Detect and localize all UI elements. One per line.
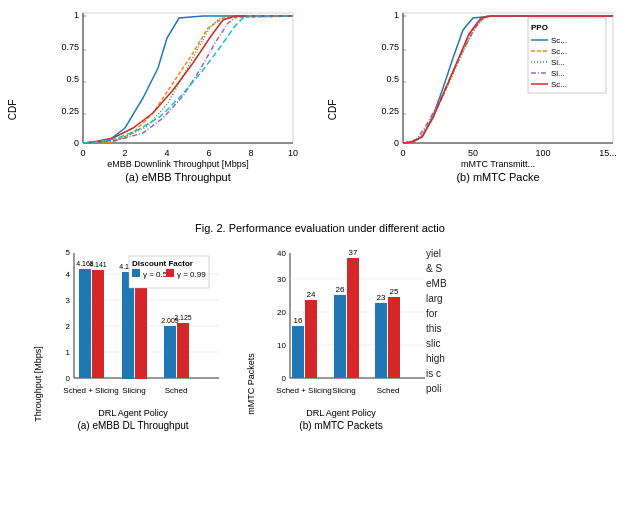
bar-b-container: mMTC Packets 0 10 20 30 40 16 24 Sched [220,238,420,530]
svg-text:3: 3 [66,296,71,305]
bar-b-svg: 0 10 20 30 40 16 24 Sched + Slicing 26 [270,248,430,408]
svg-text:0: 0 [74,138,79,148]
bar-a-svg: 0 1 2 3 4 5 4.168 4.141 Sched + Slicing [54,248,222,408]
svg-text:γ = 0.99: γ = 0.99 [177,270,206,279]
svg-text:0: 0 [80,148,85,158]
svg-text:4: 4 [164,148,169,158]
svg-text:23: 23 [377,293,386,302]
svg-text:2: 2 [66,322,71,331]
svg-text:40: 40 [277,249,286,258]
text-line-3: eMB [426,276,630,291]
bar-a-ylabel: Throughput [Mbps] [33,346,43,422]
svg-text:0: 0 [394,138,399,148]
bar-b-xlabel: DRL Agent Policy [266,408,416,418]
text-line-6: this [426,321,630,336]
svg-text:Sched: Sched [165,386,188,395]
svg-text:0: 0 [400,148,405,158]
text-column: yiel & S eMB larg for this slic high is … [420,238,640,530]
svg-text:0.5: 0.5 [66,74,79,84]
plot-a-title: (a) eMBB Throughput [38,171,318,183]
svg-text:Sched + Slicing: Sched + Slicing [276,386,331,395]
svg-text:1: 1 [394,10,399,20]
bottom-row: Throughput [Mbps] 0 1 2 3 4 5 [0,238,640,530]
svg-text:37: 37 [349,248,358,257]
svg-text:16: 16 [294,316,303,325]
plot-b-xlabel: mMTC Transmitt... [358,159,638,169]
svg-text:Sl...: Sl... [551,69,565,78]
svg-text:10: 10 [277,341,286,350]
bar-a-g3-v2 [177,323,189,378]
main-container: CDF 0 0.25 0.5 0.75 1 0 2 4 [0,0,640,530]
bar-a-container: Throughput [Mbps] 0 1 2 3 4 5 [0,238,220,530]
svg-text:8: 8 [248,148,253,158]
svg-text:Sched + Slicing: Sched + Slicing [63,386,118,395]
bar-b-g2-v2 [347,258,359,378]
bar-b-ylabel: mMTC Packets [246,353,256,415]
text-line-7: slic [426,336,630,351]
text-line-8: high [426,351,630,366]
svg-rect-0 [83,13,293,143]
bar-a-g1-v1 [79,269,91,378]
text-line-9: is c [426,366,630,381]
svg-text:Slicing: Slicing [122,386,146,395]
plot-b-container: CDF 0 0.25 0.5 0.75 1 0 50 100 15... [320,0,640,220]
svg-text:1: 1 [74,10,79,20]
plot-a-svg: 0 0.25 0.5 0.75 1 0 2 4 6 8 10 [38,8,318,163]
svg-text:20: 20 [277,308,286,317]
svg-text:Sc...: Sc... [551,80,567,89]
fig-caption: Fig. 2. Performance evaluation under dif… [0,220,640,238]
bar-b-g1-v2 [305,300,317,378]
svg-text:24: 24 [307,290,316,299]
bar-b-g3-v1 [375,303,387,378]
svg-text:Sched: Sched [377,386,400,395]
svg-text:50: 50 [468,148,478,158]
plot-b-ylabel: CDF [327,100,338,121]
svg-text:Sc...: Sc... [551,36,567,45]
text-line-10: poli [426,381,630,396]
plot-a-ylabel: CDF [7,100,18,121]
svg-text:100: 100 [535,148,550,158]
svg-text:γ = 0.5: γ = 0.5 [143,270,168,279]
svg-text:0.5: 0.5 [386,74,399,84]
svg-text:Sc...: Sc... [551,47,567,56]
svg-text:0: 0 [282,374,287,383]
text-line-1: yiel [426,246,630,261]
svg-text:15...: 15... [599,148,617,158]
svg-text:0.75: 0.75 [381,42,399,52]
bar-a-g1-v2 [92,270,104,378]
svg-text:0.25: 0.25 [381,106,399,116]
plot-a-container: CDF 0 0.25 0.5 0.75 1 0 2 4 [0,0,320,220]
svg-text:Slicing: Slicing [332,386,356,395]
svg-text:4.141: 4.141 [89,261,107,268]
svg-text:0.25: 0.25 [61,106,79,116]
text-line-4: larg [426,291,630,306]
svg-rect-69 [132,269,140,277]
bar-a-g2-v2 [135,284,147,379]
svg-text:PPO: PPO [531,23,548,32]
bar-a-g3-v1 [164,326,176,378]
svg-text:2.125: 2.125 [174,314,192,321]
svg-text:1: 1 [66,348,71,357]
svg-text:5: 5 [66,248,71,257]
plot-b-svg: 0 0.25 0.5 0.75 1 0 50 100 15... PPO Sc.… [358,8,638,163]
svg-text:Discount Factor: Discount Factor [132,259,193,268]
bar-b-g1-v1 [292,326,304,378]
plot-a-xlabel: eMBB Downlink Throughput [Mbps] [38,159,318,169]
bar-a-title: (a) eMBB DL Throughput [50,420,216,431]
svg-text:4: 4 [66,270,71,279]
svg-text:26: 26 [336,285,345,294]
svg-text:0.75: 0.75 [61,42,79,52]
bar-b-g2-v1 [334,295,346,378]
svg-text:Sl...: Sl... [551,58,565,67]
svg-text:25: 25 [390,287,399,296]
text-line-5: for [426,306,630,321]
svg-text:2: 2 [122,148,127,158]
svg-text:10: 10 [288,148,298,158]
svg-text:0: 0 [66,374,71,383]
bar-a-xlabel: DRL Agent Policy [50,408,216,418]
top-row: CDF 0 0.25 0.5 0.75 1 0 2 4 [0,0,640,220]
text-line-2: & S [426,261,630,276]
svg-rect-71 [166,269,174,277]
bar-b-title: (b) mMTC Packets [266,420,416,431]
bar-b-g3-v2 [388,297,400,378]
